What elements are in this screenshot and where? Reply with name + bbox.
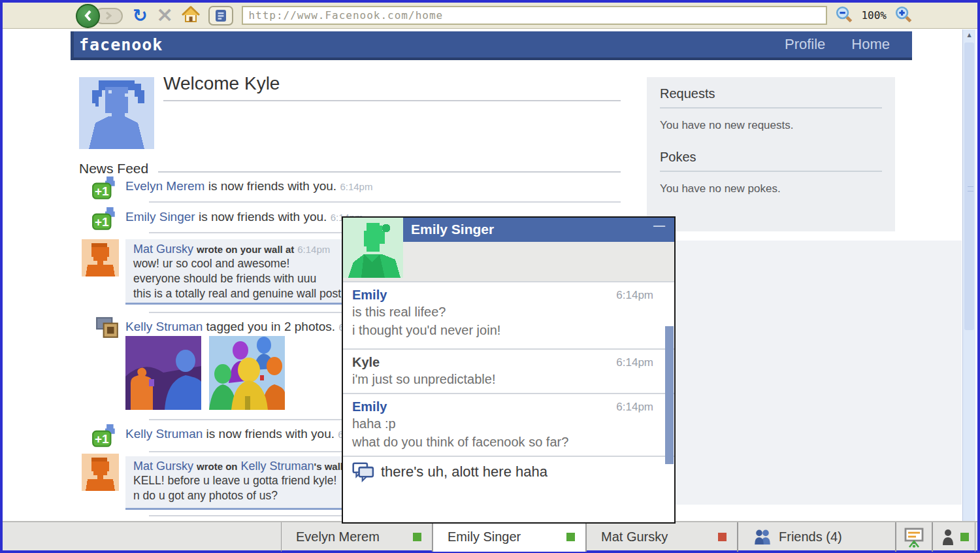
zoom-in-button[interactable]	[895, 6, 912, 25]
online-status-icon	[566, 533, 575, 541]
zoom-out-button[interactable]	[836, 6, 853, 25]
friend-add-icon: +1	[91, 207, 119, 232]
chevron-left-icon	[84, 10, 93, 22]
message-line: i'm just so unpredictable!	[352, 370, 665, 388]
feed-link-kelly[interactable]: Kelly Struman	[125, 320, 203, 333]
url-input[interactable]	[243, 9, 826, 22]
divider	[163, 100, 621, 101]
nav-home[interactable]: Home	[851, 36, 890, 53]
wall-action: wrote on	[197, 461, 238, 472]
chat-message: Kyle 6:14pm i'm just so unpredictable!	[343, 350, 674, 394]
friends-list-button[interactable]: Friends (4)	[738, 522, 896, 552]
photos-icon	[95, 316, 120, 339]
browser-window: ↻ × 100%	[0, 0, 980, 553]
back-button[interactable]	[76, 4, 100, 28]
feed-item: Kelly Struman is now friends with you. 6…	[125, 427, 370, 441]
online-status-icon	[960, 533, 969, 541]
feed-link-emily[interactable]: Emily Singer	[125, 210, 195, 224]
welcome-heading: Welcome Kyle	[163, 73, 280, 94]
nav-buttons	[76, 4, 124, 27]
sender-name: Emily	[352, 399, 387, 414]
message-time: 6:14pm	[616, 289, 653, 302]
friend-add-icon: +1	[91, 176, 119, 201]
feed-link-kelly[interactable]: Kelly Struman	[241, 460, 314, 473]
chat-scrollbar-thumb[interactable]	[665, 326, 674, 464]
sidebar-empty-panel	[647, 241, 962, 505]
feed-link-evelyn[interactable]: Evelyn Merem	[125, 179, 204, 193]
page-scrollbar-thumb[interactable]	[964, 42, 974, 330]
browser-toolbar: ↻ × 100%	[3, 3, 977, 29]
message-time: 6:14pm	[616, 356, 653, 369]
sidebar-panel: Requests You have no new requests. Pokes…	[647, 77, 895, 231]
message-line: what do you think of facenook so far?	[352, 433, 665, 451]
feed-text: is now friends with you.	[199, 210, 327, 224]
feed-item: Evelyn Merem is now friends with you. 6:…	[125, 179, 372, 193]
person-icon	[939, 529, 956, 546]
refresh-button[interactable]: ↻	[133, 7, 148, 24]
friend-add-icon: +1	[91, 424, 119, 449]
chat-input-area[interactable]: there's uh, alott here haha	[343, 457, 674, 522]
friends-icon	[753, 529, 772, 546]
zoom-in-icon	[895, 6, 912, 23]
zoom-level: 100%	[861, 9, 887, 22]
mat-gursky-avatar	[82, 454, 119, 491]
feed-text: is now friends with you.	[206, 427, 335, 441]
chat-input-text[interactable]: there's uh, alott here haha	[381, 463, 547, 480]
chat-tab-mat[interactable]: Mat Gursky	[586, 522, 738, 552]
tagged-photo-2[interactable]	[209, 336, 285, 410]
wall-action: wrote on your wall at	[197, 244, 294, 255]
site-logo[interactable]: facenook	[79, 35, 163, 54]
whiteboard-icon	[903, 527, 925, 548]
pokes-title: Pokes	[660, 150, 882, 172]
site-identity-button[interactable]	[208, 6, 233, 25]
emily-avatar	[343, 218, 403, 278]
chat-message: Emily 6:14pm is this real lifee? i thoug…	[343, 282, 674, 350]
my-status-button[interactable]	[932, 522, 975, 552]
requests-body: You have no new requests.	[660, 119, 882, 132]
feed-text: is now friends with you.	[208, 179, 336, 193]
tagged-photo-1[interactable]	[125, 336, 201, 410]
minimize-button[interactable]: —	[653, 219, 665, 233]
message-line: is this real lifee?	[352, 303, 665, 321]
feed-time: 6:14pm	[340, 181, 372, 192]
feed-link-mat[interactable]: Mat Gursky	[133, 243, 193, 256]
mat-gursky-avatar	[82, 239, 119, 276]
divider	[149, 201, 621, 203]
chat-window: Emily Singer — Emily 6:14pm is this real…	[342, 216, 676, 524]
news-feed-title: News Feed	[79, 161, 148, 176]
feed-item: Kelly Struman tagged you in 2 photos. 6:…	[125, 320, 371, 334]
address-bar	[242, 6, 827, 25]
chevron-right-icon	[105, 11, 112, 20]
message-line: i thought you'd never join!	[352, 321, 665, 339]
page-scrollbar[interactable]: ▲	[962, 29, 975, 521]
home-button[interactable]	[182, 6, 200, 25]
chat-tab-emily[interactable]: Emily Singer	[433, 522, 586, 552]
scroll-up-arrow-icon[interactable]: ▲	[963, 29, 975, 41]
stop-button[interactable]: ×	[156, 4, 174, 25]
nav-profile[interactable]: Profile	[785, 36, 825, 53]
feed-link-mat[interactable]: Mat Gursky	[133, 460, 193, 473]
zoom-out-icon	[836, 6, 853, 23]
online-status-icon	[413, 533, 421, 541]
requests-title: Requests	[660, 86, 882, 109]
chat-taskbar: Evelyn Merem Emily Singer Mat Gursky Fri…	[3, 521, 977, 550]
home-icon	[182, 6, 200, 23]
chat-title: Emily Singer	[411, 222, 494, 237]
page-icon	[214, 9, 227, 22]
chat-message: Emily 6:14pm haha :p what do you think o…	[343, 394, 674, 457]
sender-name: Emily	[352, 288, 387, 302]
tab-label: Emily Singer	[448, 529, 521, 545]
feed-link-kelly[interactable]: Kelly Struman	[125, 427, 203, 441]
friends-label: Friends (4)	[779, 529, 842, 545]
profile-avatar	[79, 77, 154, 149]
svg-text:+1: +1	[95, 215, 109, 229]
tab-label: Mat Gursky	[601, 529, 668, 545]
chat-bubbles-icon	[352, 462, 374, 483]
message-time: 6:14pm	[616, 401, 653, 414]
tab-label: Evelyn Merem	[296, 529, 380, 545]
chat-tab-evelyn[interactable]: Evelyn Merem	[281, 522, 433, 552]
site-nav: Profile Home	[785, 36, 912, 53]
busy-status-icon	[718, 533, 727, 541]
pokes-body: You have no new pokes.	[660, 182, 882, 195]
whiteboard-button[interactable]	[896, 522, 932, 552]
